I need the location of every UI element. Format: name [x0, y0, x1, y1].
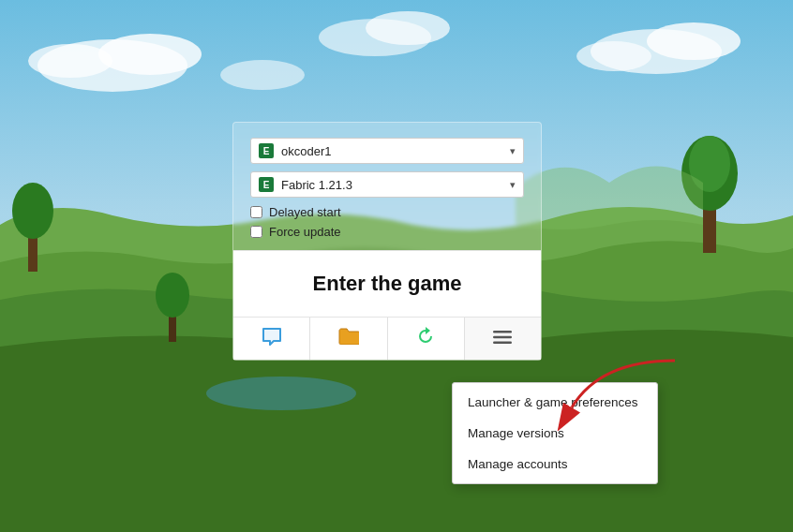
folder-button[interactable]: [310, 318, 387, 360]
version-icon: E: [259, 177, 274, 192]
svg-point-9: [220, 60, 305, 90]
delayed-start-row: Delayed start: [250, 205, 524, 219]
refresh-icon: [416, 327, 435, 350]
svg-rect-20: [493, 342, 512, 345]
version-label: Fabric 1.21.3: [281, 178, 510, 192]
launcher-prefs-item[interactable]: Launcher & game preferences: [453, 387, 657, 418]
delayed-start-label[interactable]: Delayed start: [269, 205, 341, 219]
svg-point-10: [206, 377, 356, 410]
delayed-start-checkbox[interactable]: [250, 206, 262, 218]
bottom-toolbar: [233, 317, 541, 360]
svg-rect-19: [493, 336, 512, 339]
folder-icon: [338, 328, 359, 349]
refresh-button[interactable]: [388, 318, 465, 360]
svg-point-3: [28, 44, 112, 78]
chat-icon: [262, 327, 282, 350]
svg-point-2: [98, 34, 202, 75]
svg-point-8: [366, 11, 450, 45]
menu-button[interactable]: [465, 318, 541, 360]
enter-button-wrapper: Enter the game: [233, 250, 541, 317]
account-label: okcoder1: [281, 144, 510, 158]
force-update-row: Force update: [250, 225, 524, 239]
account-icon: E: [259, 143, 274, 158]
checkboxes-section: Delayed start Force update: [250, 205, 524, 239]
chat-button[interactable]: [233, 318, 310, 360]
launcher-panel: E okcoder1 ▾ E Fabric 1.21.3 ▾ Delayed s…: [232, 122, 542, 361]
svg-point-6: [576, 41, 651, 71]
account-select[interactable]: E okcoder1 ▾: [250, 138, 524, 164]
dropdown-menu: Launcher & game preferences Manage versi…: [452, 382, 658, 484]
svg-point-5: [647, 22, 741, 60]
manage-accounts-item[interactable]: Manage accounts: [453, 449, 657, 480]
svg-rect-18: [493, 331, 512, 333]
force-update-checkbox[interactable]: [250, 226, 262, 238]
version-chevron-icon: ▾: [510, 179, 516, 191]
account-chevron-icon: ▾: [510, 145, 516, 157]
menu-icon: [493, 329, 512, 348]
version-select[interactable]: E Fabric 1.21.3 ▾: [250, 171, 524, 198]
force-update-label[interactable]: Force update: [269, 225, 341, 239]
svg-point-15: [12, 183, 53, 239]
enter-game-button[interactable]: Enter the game: [233, 251, 541, 317]
manage-versions-item[interactable]: Manage versions: [453, 418, 657, 449]
svg-point-17: [156, 273, 189, 318]
